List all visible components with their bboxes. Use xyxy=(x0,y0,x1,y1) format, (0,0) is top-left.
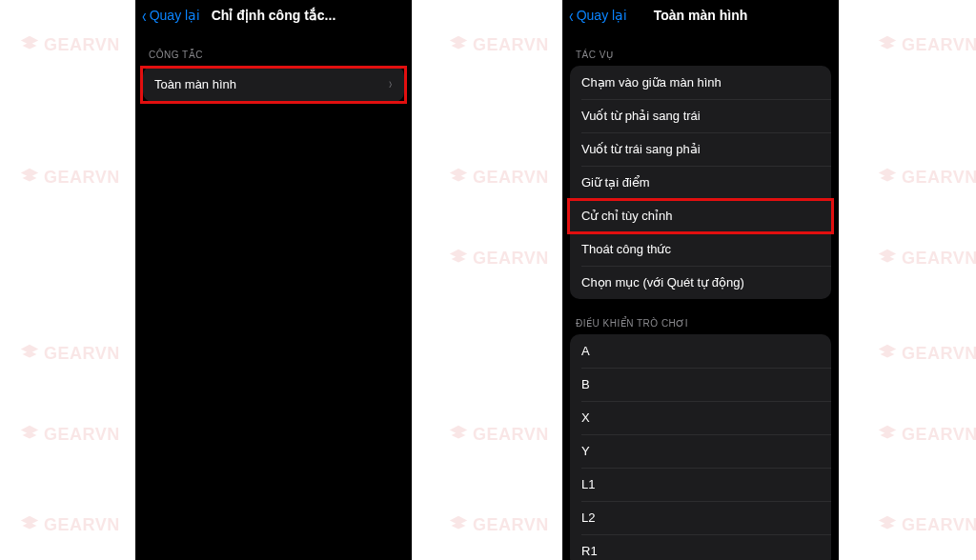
group-gamecontrol: A B X Y L1 L2 R1 xyxy=(570,334,831,560)
gc-row[interactable]: X xyxy=(570,401,831,434)
back-label: Quay lại xyxy=(150,8,200,23)
row-label: Giữ tại điểm xyxy=(581,175,650,190)
row-label: Chọn mục (với Quét tự động) xyxy=(581,275,744,290)
chevron-right-icon: › xyxy=(389,75,392,92)
task-row[interactable]: Vuốt từ phải sang trái xyxy=(570,99,831,132)
task-row[interactable]: Thoát công thức xyxy=(570,232,831,266)
section-header-switches: CÔNG TẮC xyxy=(135,30,412,66)
phone-left: ‹ Quay lại Chỉ định công tắc... CÔNG TẮC… xyxy=(135,0,412,560)
row-label: Chạm vào giữa màn hình xyxy=(581,75,722,90)
row-label: Cử chỉ tùy chỉnh xyxy=(581,209,673,223)
row-label: B xyxy=(581,377,590,391)
row-label: Toàn màn hình xyxy=(154,77,236,91)
chevron-left-icon: ‹ xyxy=(569,9,574,22)
task-row[interactable]: Giữ tại điểm xyxy=(570,166,831,199)
row-label: Vuốt từ phải sang trái xyxy=(581,109,701,123)
chevron-left-icon: ‹ xyxy=(142,9,147,22)
row-label: Vuốt từ trái sang phải xyxy=(581,142,701,156)
task-row[interactable]: Chạm vào giữa màn hình xyxy=(570,66,831,99)
gc-row[interactable]: L1 xyxy=(570,468,831,501)
row-label: A xyxy=(581,344,590,358)
nav-bar: ‹ Quay lại Toàn màn hình xyxy=(562,0,839,30)
back-label: Quay lại xyxy=(577,8,627,23)
back-button[interactable]: ‹ Quay lại xyxy=(141,8,199,23)
gc-row[interactable]: L2 xyxy=(570,501,831,534)
row-label: R1 xyxy=(581,544,598,558)
gc-row[interactable]: Y xyxy=(570,434,831,468)
task-row-custom-gesture[interactable]: Cử chỉ tùy chỉnh xyxy=(570,199,831,232)
back-button[interactable]: ‹ Quay lại xyxy=(568,8,626,23)
row-label: X xyxy=(581,410,590,425)
page-title: Toàn màn hình xyxy=(654,8,748,23)
row-label: L2 xyxy=(581,510,595,525)
row-label: L1 xyxy=(581,477,595,491)
gc-row[interactable]: R1 xyxy=(570,534,831,560)
row-label: Thoát công thức xyxy=(581,242,671,256)
gc-row[interactable]: A xyxy=(570,334,831,368)
group-tasks: Chạm vào giữa màn hình Vuốt từ phải sang… xyxy=(570,66,831,299)
row-label: Y xyxy=(581,444,590,458)
page-title: Chỉ định công tắc... xyxy=(212,8,336,23)
section-header-gamecontrol: ĐIỀU KHIỂN TRÒ CHƠI xyxy=(562,299,839,334)
section-header-tasks: TÁC VỤ xyxy=(562,30,839,66)
gc-row[interactable]: B xyxy=(570,368,831,401)
row-fullscreen[interactable]: Toàn màn hình › xyxy=(143,66,404,102)
group-switches: Toàn màn hình › xyxy=(143,66,404,102)
task-row[interactable]: Vuốt từ trái sang phải xyxy=(570,132,831,166)
nav-bar: ‹ Quay lại Chỉ định công tắc... xyxy=(135,0,412,30)
phone-right: ‹ Quay lại Toàn màn hình TÁC VỤ Chạm vào… xyxy=(562,0,839,560)
task-row[interactable]: Chọn mục (với Quét tự động) xyxy=(570,266,831,299)
